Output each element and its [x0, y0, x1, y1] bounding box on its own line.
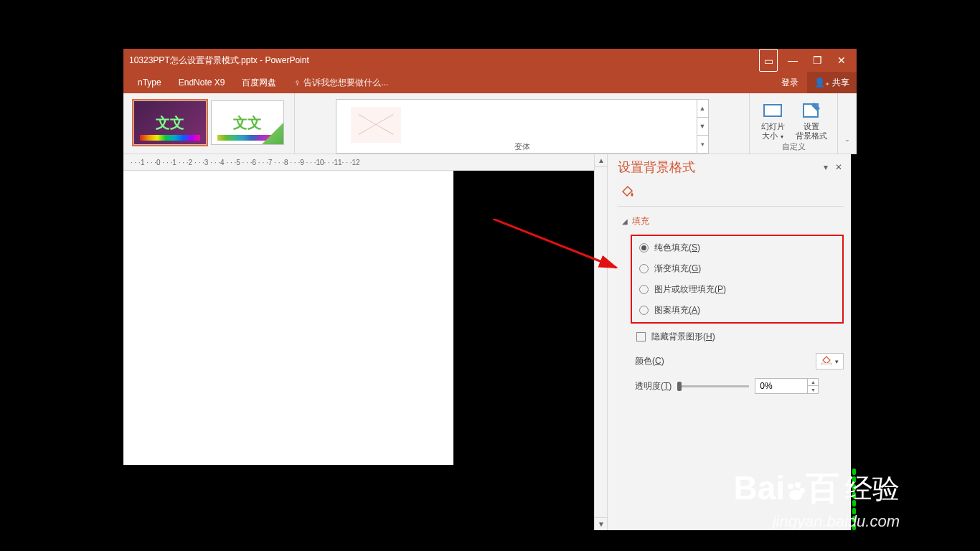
ribbon-tab-row: nType EndNote X9 百度网盘 ♀ 告诉我您想要做什么... 登录 …: [123, 72, 857, 93]
customize-group: 幻灯片大小 ▾ 设置背景格式 自定义: [750, 93, 838, 154]
scroll-down-button[interactable]: ▼: [595, 517, 608, 530]
radio-icon: [639, 243, 649, 253]
tab-ntype[interactable]: nType: [129, 72, 170, 93]
horizontal-ruler: · · ·1 · · ·0 · · ·1 · · ·2 · · ·3 · · ·…: [123, 154, 594, 171]
pane-close-button[interactable]: ✕: [834, 162, 844, 172]
radio-icon: [639, 285, 649, 294]
caret-down-icon: ◢: [622, 217, 628, 225]
radio-solid-fill[interactable]: 纯色填充(S): [639, 242, 835, 254]
tab-baidu-netdisk[interactable]: 百度网盘: [233, 72, 285, 93]
titlebar: 10323PPT怎么设置背景模式.pptx - PowerPoint ▭ — ❐…: [123, 49, 857, 72]
transparency-slider[interactable]: [677, 385, 749, 387]
share-icon: 👤₊: [814, 72, 829, 93]
theme-purple[interactable]: 文文: [133, 100, 207, 145]
slide-size-button[interactable]: 幻灯片大小 ▾: [757, 100, 788, 141]
theme-white-green[interactable]: 文文: [211, 100, 284, 145]
svg-rect-0: [764, 105, 781, 116]
radio-gradient-fill[interactable]: 渐变填充(G): [639, 263, 835, 275]
ribbon-display-options-button[interactable]: ▭: [759, 49, 778, 72]
fill-category-icon[interactable]: [618, 183, 635, 200]
format-background-button[interactable]: 设置背景格式: [793, 100, 830, 141]
window-title: 10323PPT怎么设置背景模式.pptx - PowerPoint: [129, 55, 759, 67]
color-picker-button[interactable]: ▾: [816, 353, 844, 369]
radio-picture-texture-fill[interactable]: 图片或纹理填充(P): [639, 283, 835, 296]
variants-scroll-down[interactable]: ▼: [697, 118, 708, 136]
transparency-input[interactable]: [755, 381, 807, 391]
vertical-scrollbar[interactable]: ▲ ▼: [594, 154, 607, 530]
spinner-up[interactable]: ▲: [808, 378, 818, 386]
format-background-pane: 设置背景格式 ▾ ✕ ◢ 填充 纯色填充(S): [607, 154, 851, 530]
svg-marker-4: [823, 357, 830, 364]
pane-title: 设置背景格式: [618, 159, 695, 176]
variants-scroll-up[interactable]: ▲: [697, 100, 708, 118]
fill-section-header[interactable]: ◢ 填充: [618, 215, 844, 227]
chevron-down-icon: ▾: [835, 358, 839, 365]
tell-me-search[interactable]: ♀ 告诉我您想要做什么...: [293, 77, 388, 89]
customize-group-label: 自定义: [750, 141, 837, 152]
collapse-ribbon-button[interactable]: ˇ: [838, 93, 857, 154]
fill-options-highlighted: 纯色填充(S) 渐变填充(G) 图片或纹理填充(P) 图案填充(A): [631, 235, 844, 324]
window-controls: ▭ — ❐ ✕: [759, 49, 857, 72]
minimize-button[interactable]: —: [783, 49, 802, 72]
spinner-down[interactable]: ▼: [808, 386, 818, 394]
radio-icon: [639, 306, 649, 315]
transparency-label: 透明度(T): [635, 380, 672, 392]
workspace: · · ·1 · · ·0 · · ·1 · · ·2 · · ·3 · · ·…: [123, 154, 857, 530]
svg-rect-5: [821, 363, 831, 365]
tell-me-placeholder: 告诉我您想要做什么...: [303, 77, 388, 89]
restore-button[interactable]: ❐: [808, 49, 826, 72]
checkbox-icon: [636, 332, 646, 342]
sign-in-button[interactable]: 登录: [773, 77, 807, 89]
slide-area: · · ·1 · · ·0 · · ·1 · · ·2 · · ·3 · · ·…: [123, 154, 594, 530]
transparency-spinner[interactable]: ▲ ▼: [755, 378, 819, 394]
right-indicator-strip: [851, 154, 857, 530]
close-button[interactable]: ✕: [832, 49, 851, 72]
pane-dropdown-button[interactable]: ▾: [822, 162, 829, 172]
ribbon-content: 文文 文文 ▲ ▼ ▾ 变体: [123, 93, 857, 154]
slide-size-icon: [760, 100, 786, 122]
transparency-row: 透明度(T) ▲ ▼: [635, 378, 844, 394]
svg-marker-3: [623, 187, 632, 196]
variant-thumbnail: [351, 107, 401, 143]
scroll-up-button[interactable]: ▲: [595, 154, 608, 167]
tab-endnote[interactable]: EndNote X9: [170, 72, 234, 93]
powerpoint-window: 10323PPT怎么设置背景模式.pptx - PowerPoint ▭ — ❐…: [123, 49, 857, 509]
checkbox-hide-bg-graphics[interactable]: 隐藏背景图形(H): [636, 331, 844, 343]
variants-group-label: 变体: [295, 141, 749, 152]
color-label: 颜色(C): [635, 355, 664, 367]
format-background-icon: [798, 100, 824, 122]
variants-group: ▲ ▼ ▾ 变体: [295, 93, 750, 154]
slide-canvas[interactable]: [123, 171, 453, 465]
share-button[interactable]: 👤₊ 共享: [807, 72, 857, 93]
lightbulb-icon: ♀: [293, 77, 301, 88]
color-row: 颜色(C) ▾: [635, 353, 844, 369]
paint-bucket-icon: [821, 355, 832, 367]
radio-pattern-fill[interactable]: 图案填充(A): [639, 304, 835, 316]
radio-icon: [639, 264, 649, 273]
themes-group: 文文 文文: [123, 93, 295, 154]
